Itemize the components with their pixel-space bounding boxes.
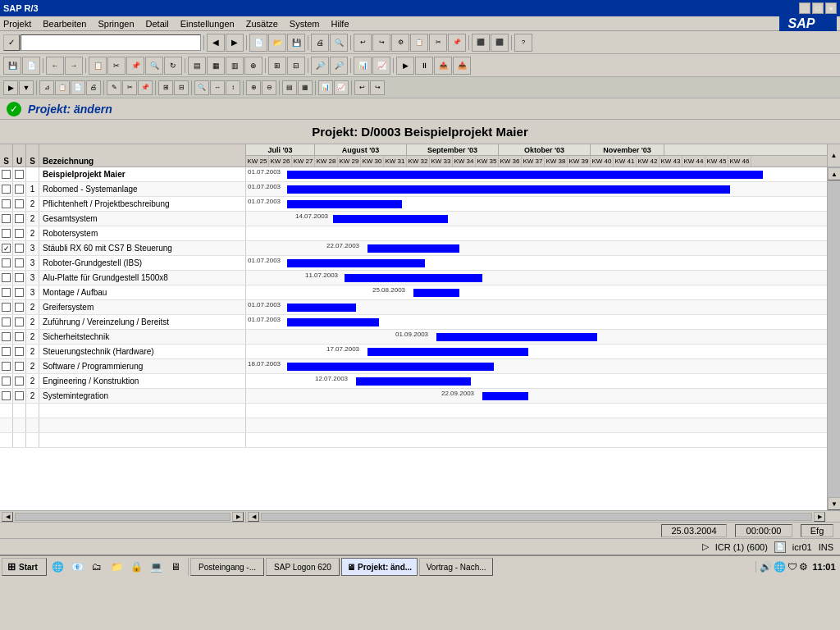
tb-btn-2[interactable]: ↪: [372, 34, 390, 52]
checkbox-u-9[interactable]: [15, 303, 24, 312]
ql-6[interactable]: 💻: [147, 558, 165, 576]
checkbox-s-9[interactable]: [2, 303, 11, 312]
ql-3[interactable]: 🗂: [88, 558, 106, 576]
find-button[interactable]: 🔍: [330, 34, 348, 52]
menu-projekt[interactable]: Projekt: [3, 19, 31, 29]
app-btn-10[interactable]: ▥: [226, 57, 244, 75]
app-btn-save[interactable]: 💾: [3, 57, 21, 75]
gantt-btn-20[interactable]: ↪: [370, 80, 385, 95]
gantt-btn-1[interactable]: ⊿: [39, 80, 54, 95]
open-button[interactable]: 📂: [268, 34, 286, 52]
checkbox-u-2[interactable]: [15, 199, 24, 208]
menu-einstellungen[interactable]: Einstellungen: [180, 19, 235, 29]
right-scrollbar[interactable]: ◀ ▶: [246, 512, 827, 522]
command-field[interactable]: [21, 34, 201, 51]
tb-btn-7[interactable]: ⬛: [472, 34, 490, 52]
scroll-down-btn[interactable]: ▼: [828, 497, 840, 510]
checkbox-u-6[interactable]: [15, 258, 24, 267]
left-scrollbar[interactable]: ◀ ▶: [0, 512, 246, 522]
app-btn-21[interactable]: 📥: [453, 57, 471, 75]
print-button[interactable]: 🖨: [311, 34, 329, 52]
checkbox-s-0[interactable]: [2, 170, 11, 179]
task-vortrag[interactable]: Vortrag - Nach...: [419, 558, 493, 576]
tb-btn-4[interactable]: 📋: [410, 34, 428, 52]
gantt-btn-19[interactable]: ↩: [354, 80, 369, 95]
app-btn-back[interactable]: ←: [46, 57, 64, 75]
new-button[interactable]: 📄: [249, 34, 267, 52]
checkbox-s-2[interactable]: [2, 199, 11, 208]
app-btn-9[interactable]: ▦: [207, 57, 225, 75]
checkbox-s-3[interactable]: [2, 214, 11, 223]
gantt-btn-16[interactable]: ▦: [298, 80, 313, 95]
app-btn-8[interactable]: ▤: [188, 57, 206, 75]
checkbox-u-10[interactable]: [15, 317, 24, 326]
checkbox-s-8[interactable]: [2, 288, 11, 297]
close-button[interactable]: ×: [825, 2, 837, 14]
app-btn-14[interactable]: 🔎: [311, 57, 329, 75]
checkbox-s-10[interactable]: [2, 317, 11, 326]
command-input[interactable]: [25, 38, 197, 48]
gantt-btn-2[interactable]: 📋: [55, 80, 70, 95]
app-btn-18[interactable]: ▶: [396, 57, 414, 75]
app-btn-4[interactable]: ✂: [107, 57, 126, 75]
checkbox-s-14[interactable]: [2, 377, 11, 386]
ql-5[interactable]: 🔒: [127, 558, 145, 576]
forward-button[interactable]: ▶: [226, 34, 244, 52]
h-scroll-right-btn[interactable]: ▶: [232, 512, 244, 522]
gantt-btn-play[interactable]: ▶: [3, 80, 18, 95]
app-btn-20[interactable]: 📤: [434, 57, 452, 75]
checkbox-s-12[interactable]: [2, 347, 11, 356]
tb-btn-5[interactable]: ✂: [429, 34, 447, 52]
app-btn-12[interactable]: ⊞: [268, 57, 286, 75]
gantt-btn-17[interactable]: 📊: [318, 80, 333, 95]
app-btn-7[interactable]: ↻: [164, 57, 182, 75]
gantt-btn-down[interactable]: ▼: [19, 80, 34, 95]
gantt-btn-13[interactable]: ⊕: [246, 80, 261, 95]
checkbox-s-4[interactable]: [2, 229, 11, 238]
app-btn-19[interactable]: ⏸: [415, 57, 433, 75]
h-scroll-left-btn[interactable]: ◀: [2, 512, 13, 522]
menu-hilfe[interactable]: Hilfe: [331, 19, 349, 29]
checkbox-u-14[interactable]: [15, 377, 24, 386]
checkbox-u-1[interactable]: [15, 185, 24, 194]
app-btn-3[interactable]: 📋: [89, 57, 107, 75]
task-posteingang[interactable]: Posteingang -...: [190, 558, 264, 576]
scroll-up-arrow[interactable]: ▲: [827, 144, 840, 167]
tb-btn-1[interactable]: ↩: [354, 34, 372, 52]
checkbox-s-15[interactable]: [2, 391, 11, 400]
maximize-button[interactable]: □: [812, 2, 824, 14]
checkbox-s-6[interactable]: [2, 258, 11, 267]
h-scroll-right-right-btn[interactable]: ▶: [814, 512, 825, 522]
checkbox-s-7[interactable]: [2, 273, 11, 282]
start-button[interactable]: ⊞ Start: [2, 558, 47, 576]
gantt-btn-10[interactable]: 🔍: [194, 80, 209, 95]
app-btn-6[interactable]: 🔍: [145, 57, 163, 75]
minimize-button[interactable]: _: [799, 2, 810, 14]
save-button[interactable]: 💾: [287, 34, 305, 52]
gantt-btn-9[interactable]: ⊟: [174, 80, 189, 95]
checkbox-s-1[interactable]: [2, 185, 11, 194]
app-btn-5[interactable]: 📌: [126, 57, 144, 75]
checkbox-u-15[interactable]: [15, 391, 24, 400]
gantt-btn-8[interactable]: ⊞: [158, 80, 173, 95]
tb-btn-9[interactable]: ?: [514, 34, 532, 52]
checkbox-u-7[interactable]: [15, 273, 24, 282]
ql-outlook[interactable]: 📧: [68, 558, 86, 576]
h-scroll-right-left-btn[interactable]: ◀: [248, 512, 259, 522]
checkbox-u-8[interactable]: [15, 288, 24, 297]
checkbox-u-3[interactable]: [15, 214, 24, 223]
checkbox-u-5[interactable]: [15, 244, 24, 253]
app-btn-fwd[interactable]: →: [65, 57, 83, 75]
gantt-btn-11[interactable]: ↔: [210, 80, 225, 95]
menu-springen[interactable]: Springen: [98, 19, 134, 29]
app-btn-13[interactable]: ⊟: [287, 57, 305, 75]
gantt-btn-6[interactable]: ✂: [122, 80, 137, 95]
gantt-btn-3[interactable]: 📄: [71, 80, 85, 95]
vertical-scrollbar[interactable]: ▲ ▼: [827, 167, 840, 510]
checkbox-s-13[interactable]: [2, 362, 11, 371]
checkbox-u-4[interactable]: [15, 229, 24, 238]
app-btn-11[interactable]: ⊕: [244, 57, 262, 75]
tb-btn-8[interactable]: ⬛: [491, 34, 509, 52]
scroll-up-btn[interactable]: ▲: [828, 167, 840, 180]
tb-btn-6[interactable]: 📌: [448, 34, 466, 52]
